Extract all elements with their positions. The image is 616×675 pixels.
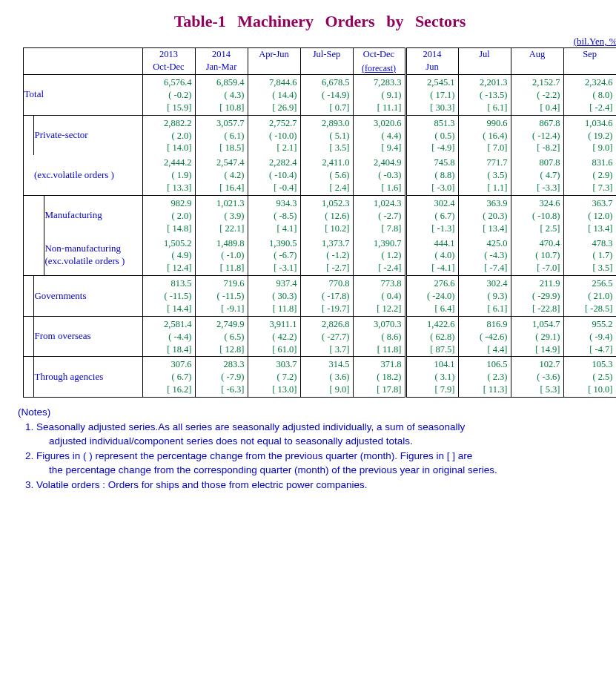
cell-qoq: ( 1.7) (566, 249, 613, 262)
cell-qoq: ( -0.2) (145, 89, 192, 102)
row-label-line: Non-manufacturing (44, 243, 142, 255)
data-cell: 3,020.6( 4.4)[ 9.4] (353, 115, 405, 155)
cell-value: 813.5 (145, 277, 192, 290)
cell-yoy: [ 11.8] (355, 343, 402, 356)
cell-value: 2,581.4 (145, 318, 192, 331)
data-cell: 2,545.1( 17.1)[ 30.3] (405, 75, 458, 116)
data-cell: 425.0( -4.3)[ -7.4] (458, 236, 511, 276)
cell-value: 303.7 (250, 358, 297, 371)
data-cell: 1,373.7( -1.2)[ -2.7] (300, 236, 353, 276)
row-label: Total (24, 75, 142, 116)
data-cell: 2,547.4( 4.2)[ 16.4] (195, 155, 248, 195)
cell-value: 1,054.7 (513, 318, 560, 331)
data-cell: 982.9( 2.0)[ 14.8] (142, 195, 195, 235)
col-period: Oct-Dec (143, 61, 195, 73)
cell-yoy: [ 7.3] (566, 182, 613, 194)
note-line: 2. Figures in ( ) represent the percenta… (24, 449, 616, 464)
data-cell: 444.1( 4.0)[ -4.1] (405, 236, 458, 276)
cell-value: 1,052.3 (302, 197, 350, 210)
cell-value: 256.5 (566, 277, 613, 290)
cell-value: 771.7 (460, 157, 508, 169)
notes-heading: (Notes) (18, 405, 616, 420)
data-cell: 102.7( -3.6)[ 5.3] (511, 357, 563, 398)
cell-yoy: [ -4.9] (408, 142, 455, 154)
cell-qoq: ( 6.1) (197, 130, 245, 142)
data-cell: 3,911.1( 42.2)[ 61.0] (248, 316, 300, 357)
data-cell: 2,882.2( 2.0)[ 14.0] (142, 115, 195, 155)
cell-yoy: [ -3.1] (250, 262, 297, 274)
cell-yoy: [ 14.8] (145, 223, 192, 235)
col-header: 2014Jun (405, 48, 458, 75)
col-period: Oct-Dec (354, 48, 405, 61)
cell-value: 2,201.3 (460, 76, 508, 89)
cell-value: 1,373.7 (302, 237, 350, 250)
data-cell: 211.9( -29.9)[ -22.8] (511, 276, 563, 317)
cell-yoy: [ 12.8] (197, 343, 245, 356)
indent-cell (24, 195, 34, 235)
cell-yoy: [ 3.7] (302, 343, 350, 356)
cell-value: 478.3 (566, 237, 613, 250)
col-header: Jul-Sep (300, 48, 353, 75)
data-cell: 719.6( -11.5)[ -9.1] (195, 276, 248, 317)
cell-yoy: [ -2.7] (302, 262, 350, 274)
data-cell: 937.4( 30.3)[ 11.8] (248, 276, 300, 317)
cell-qoq: ( 6.7) (408, 210, 455, 223)
cell-value: 1,505.2 (145, 237, 192, 250)
cell-qoq: ( 12.6) (302, 210, 350, 223)
data-cell: 2,826.8( -27.7)[ 3.7] (300, 316, 353, 357)
data-cell: 256.5( 21.0)[ -28.5] (563, 276, 616, 317)
cell-qoq: ( -8.5) (250, 210, 297, 223)
cell-yoy: [ 15.9] (145, 102, 192, 114)
cell-qoq: ( 20.3) (460, 210, 508, 223)
col-period: Aug (511, 48, 563, 61)
cell-yoy: [ 16.4] (197, 182, 245, 194)
row-label: Manufacturing (44, 195, 142, 235)
cell-qoq: ( 17.1) (408, 89, 455, 102)
data-cell: 955.2( -9.4)[ -4.7] (563, 316, 616, 357)
cell-yoy: [ -22.8] (513, 303, 560, 315)
cell-qoq: ( 3.9) (197, 210, 245, 223)
cell-value: 3,057.7 (197, 117, 245, 130)
data-cell: 867.8( -12.4)[ -8.2] (511, 115, 563, 155)
cell-qoq: ( -11.5) (197, 290, 245, 303)
table-row: Governments813.5( -11.5)[ 14.4]719.6( -1… (24, 276, 616, 317)
cell-yoy: [ 14.0] (145, 142, 192, 154)
col-header: Oct-Dec(forecast) (353, 48, 405, 75)
cell-qoq: ( 3.5) (460, 169, 508, 182)
cell-qoq: ( 8.6) (355, 331, 402, 343)
cell-yoy: [ 12.2] (355, 303, 402, 315)
cell-yoy: [ -3.3] (513, 182, 560, 194)
cell-yoy: [ -9.1] (197, 303, 245, 315)
cell-qoq: ( 8.0) (566, 89, 613, 102)
data-cell: 2,411.0( 5.6)[ 2.4] (300, 155, 353, 195)
cell-yoy: [ -7.4] (460, 262, 508, 274)
cell-value: 425.0 (460, 237, 508, 250)
cell-yoy: [ -28.5] (566, 303, 613, 315)
cell-qoq: ( 2.0) (145, 210, 192, 223)
cell-qoq: ( -14.9) (302, 89, 350, 102)
cell-qoq: ( 1.9) (145, 169, 192, 182)
cell-value: 867.8 (513, 117, 560, 130)
cell-value: 831.6 (566, 157, 613, 169)
cell-value: 307.6 (145, 358, 192, 371)
data-cell: 302.4( 9.3)[ 6.1] (458, 276, 511, 317)
data-cell: 314.5( 3.6)[ 9.0] (300, 357, 353, 398)
cell-value: 276.6 (408, 277, 455, 290)
cell-value: 2,882.2 (145, 117, 192, 130)
cell-yoy: [ -2.4] (566, 102, 613, 114)
cell-value: 982.9 (145, 197, 192, 210)
cell-value: 106.5 (460, 358, 508, 371)
data-cell: 2,152.7( -2.2)[ 0.4] (511, 75, 563, 116)
data-cell: 7,283.3( 9.1)[ 11.1] (353, 75, 405, 116)
table-row: Manufacturing982.9( 2.0)[ 14.8]1,021.3( … (24, 195, 616, 235)
indent-cell (24, 316, 34, 357)
data-cell: 104.1( 3.1)[ 7.9] (405, 357, 458, 398)
table-row: (exc.volatile orders )2,444.2( 1.9)[ 13.… (24, 155, 616, 195)
data-cell: 6,576.4( -0.2)[ 15.9] (142, 75, 195, 116)
cell-value: 314.5 (302, 358, 350, 371)
data-cell: 1,024.3( -2.7)[ 7.8] (353, 195, 405, 235)
unit-label: (bil.Yen, %) (12, 36, 616, 47)
data-cell: 2,893.0( 5.1)[ 3.5] (300, 115, 353, 155)
cell-yoy: [ 13.4] (460, 223, 508, 235)
cell-yoy: [ 18.4] (145, 343, 192, 356)
